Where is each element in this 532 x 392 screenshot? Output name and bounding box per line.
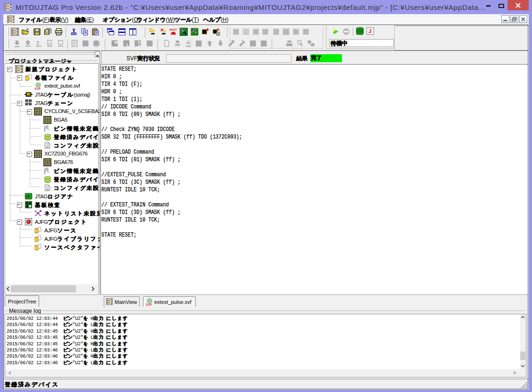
svg-text:RESET: RESET xyxy=(170,28,177,31)
svg-text:2: 2 xyxy=(49,41,50,44)
svg-text:BKRM: BKRM xyxy=(175,44,182,47)
svg-text:H: H xyxy=(115,40,118,45)
svg-text:in: in xyxy=(138,44,141,48)
svg-text:2: 2 xyxy=(36,40,39,46)
svg-text:SVF: SVF xyxy=(146,303,152,306)
svg-text:J: J xyxy=(369,28,372,34)
svg-text:2: 2 xyxy=(138,40,140,45)
svg-text:L: L xyxy=(126,42,129,47)
svg-text:?: ? xyxy=(194,31,197,35)
svg-text:SVF: SVF xyxy=(34,87,41,90)
